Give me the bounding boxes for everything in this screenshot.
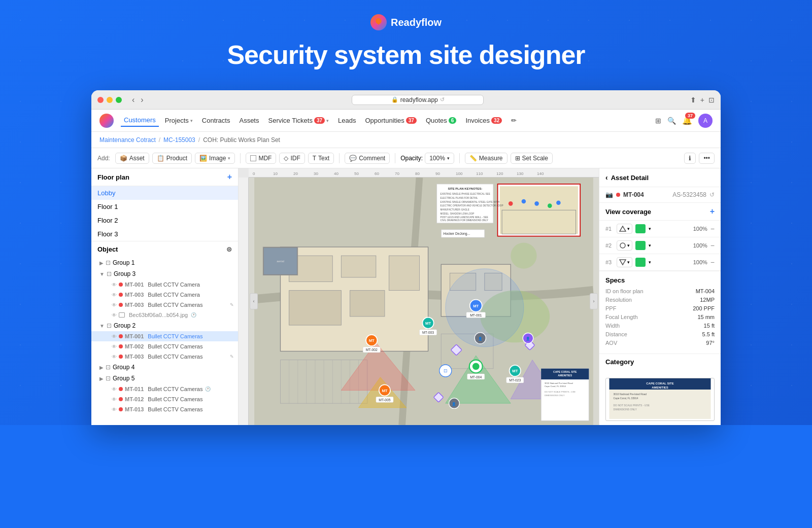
spec-label-focal: Focal Length [605, 314, 638, 320]
filter-icon[interactable]: ⊜ [226, 245, 232, 253]
address-input[interactable]: 🔒 readyflow.app ↺ [352, 95, 484, 105]
remove-coverage-3[interactable]: − [710, 258, 715, 266]
svg-text:👤: 👤 [526, 336, 530, 341]
tree-mt003a[interactable]: 👁 MT-003 Bullet CCTV Camera [91, 290, 238, 300]
cam-dot-icon [119, 387, 123, 391]
text-icon: T [313, 155, 316, 162]
asset-detail-label: Asset Detail [611, 174, 649, 182]
canvas-content[interactable]: SITE PLAN KEYNOTES: EXISTING SINGLE PHAS… [249, 178, 599, 425]
measure-button[interactable]: 📏 Measure [465, 153, 507, 164]
svg-text:MT: MT [425, 321, 431, 326]
site-plan-svg[interactable]: SITE PLAN KEYNOTES: EXISTING SINGLE PHAS… [249, 178, 599, 425]
tree-mt001[interactable]: 👁 MT-001 Bullet CCTV Camera [91, 279, 238, 290]
nav-quotes[interactable]: Quotes 6 [423, 115, 459, 126]
coverage-shape-1[interactable]: ▾ [617, 224, 632, 234]
close-button[interactable] [97, 97, 104, 103]
tree-mt012[interactable]: 👁 MT-012 Bullet CCTV Cameras [91, 394, 238, 404]
tree-mt013[interactable]: 👁 MT-013 Bullet CCTV Cameras [91, 404, 238, 414]
canvas-area[interactable]: 0 10 20 30 40 50 60 70 80 90 100 110 120… [239, 168, 599, 425]
add-floor-button[interactable]: + [227, 172, 232, 182]
svg-point-31 [522, 199, 526, 204]
tree-group-5[interactable]: ▶ ⊡ Group 5 [91, 373, 238, 384]
svg-text:SITE PLAN KEYNOTES:: SITE PLAN KEYNOTES: [448, 187, 482, 190]
nav-contracts[interactable]: Contracts [199, 115, 233, 126]
spec-value-width: 15 ft [704, 323, 715, 329]
tree-group-1[interactable]: ▶ ⊡ Group 1 [91, 257, 238, 268]
new-tab-icon[interactable]: + [700, 96, 704, 104]
tree-group-2[interactable]: ▼ ⊡ Group 2 [91, 320, 238, 331]
forward-button[interactable]: › [139, 94, 145, 105]
tree-g2-mt001[interactable]: 👁 MT-001 Bullet CCTV Cameras [91, 331, 238, 341]
nav-opportunities[interactable]: Opportunities 37 [362, 115, 419, 126]
nav-assets[interactable]: Assets [236, 115, 262, 126]
grid-icon[interactable]: ⊞ [655, 117, 661, 125]
opportunities-badge: 37 [406, 117, 417, 124]
tree-g2-mt003[interactable]: 👁 MT-003 Bullet CCTV Cameras ✎ [91, 351, 238, 362]
coverage-color-2[interactable] [635, 241, 646, 250]
remove-coverage-1[interactable]: − [710, 225, 715, 233]
breadcrumb: Maintenance Cotract / MC-155003 / COH: P… [91, 132, 721, 148]
scroll-right-button[interactable]: › [590, 293, 598, 309]
tree-group-4[interactable]: ▶ ⊡ Group 4 [91, 362, 238, 373]
spec-label-dist: Distance [605, 331, 627, 337]
back-button[interactable]: ‹ [130, 94, 137, 105]
tree-mt003b[interactable]: 👁 MT-003 Bullet CCTV Cameras ✎ [91, 300, 238, 310]
asset-id: MT-004 [623, 191, 644, 198]
nav-leads[interactable]: Leads [335, 115, 359, 126]
add-mdf-button[interactable]: MDF [246, 153, 276, 164]
coverage-shape-3[interactable]: ▾ [617, 257, 632, 267]
refresh-icon[interactable]: ↺ [709, 191, 715, 198]
add-product-button[interactable]: 📋 Product [152, 153, 192, 164]
nav-customers[interactable]: Customers [121, 114, 159, 127]
add-text-button[interactable]: T Text [308, 153, 334, 164]
coverage-shape-2[interactable]: ▾ [617, 240, 632, 251]
tree-mt011[interactable]: 👁 MT-011 Bullet CCTV Cameras 🕐 [91, 384, 238, 394]
sidebar-icon[interactable]: ⊡ [708, 96, 715, 104]
add-image-button[interactable]: 🖼️ Image ▾ [195, 153, 235, 164]
floor-lobby[interactable]: Lobby [91, 186, 238, 200]
avatar[interactable]: A [698, 114, 713, 128]
nav-projects[interactable]: Projects ▾ [162, 115, 196, 126]
nav-service-tickets[interactable]: Service Tickets 37 ▾ [265, 115, 332, 126]
info-button[interactable]: ℹ [684, 153, 696, 164]
coverage-pct-3: 100% [693, 259, 707, 265]
coverage-num-3: #3 [605, 259, 614, 265]
search-icon[interactable]: 🔍 [667, 117, 676, 125]
add-coverage-button[interactable]: + [710, 207, 715, 216]
nav-invoices[interactable]: Invoices 32 [462, 115, 505, 126]
asset-icon: 📦 [120, 155, 127, 162]
maximize-button[interactable] [116, 97, 122, 103]
camera-id: MT-001 [125, 281, 144, 288]
remove-coverage-2[interactable]: − [710, 241, 715, 250]
svg-rect-6 [389, 256, 420, 290]
breadcrumb-item-1[interactable]: Maintenance Cotract [99, 136, 156, 144]
set-scale-button[interactable]: ⊞ Set Scale [511, 153, 553, 164]
floor-1[interactable]: Floor 1 [91, 200, 238, 214]
opacity-dropdown[interactable]: 100% ▾ [425, 153, 454, 164]
svg-text:MANUFACTURER: EAGLE: MANUFACTURER: EAGLE [441, 208, 469, 211]
coverage-color-1[interactable] [635, 224, 646, 233]
more-button[interactable]: ••• [699, 153, 715, 164]
share-icon[interactable]: ⬆ [690, 96, 696, 104]
floor-2[interactable]: Floor 2 [91, 214, 238, 227]
svg-text:MT: MT [382, 389, 387, 393]
add-idf-button[interactable]: ◇ IDF [279, 153, 304, 164]
idf-icon: ◇ [284, 155, 288, 162]
ruler-tick: 40 [330, 168, 350, 177]
minimize-button[interactable] [107, 97, 113, 103]
coverage-num-2: #2 [605, 242, 614, 249]
tree-image[interactable]: 👁 Bec63bf06a0...b054.jpg 🕐 [91, 310, 238, 320]
chevron-left-icon[interactable]: ‹ [605, 173, 608, 182]
notification-icon[interactable]: 🔔 37 [682, 116, 692, 125]
breadcrumb-item-2[interactable]: MC-155003 [163, 136, 195, 144]
scroll-left-button[interactable]: ‹ [250, 293, 258, 309]
ruler-tick: 110 [472, 168, 492, 177]
tree-g2-mt002[interactable]: 👁 MT-002 Bullet CCTV Cameras [91, 341, 238, 351]
add-comment-button[interactable]: 💬 Comment [345, 153, 390, 164]
coverage-color-3[interactable] [635, 258, 646, 267]
add-asset-button[interactable]: 📦 Asset [115, 153, 149, 164]
nav-edit-icon[interactable]: ✏ [508, 115, 520, 126]
floor-3[interactable]: Floor 3 [91, 227, 238, 241]
tree-group-3[interactable]: ▼ ⊡ Group 3 [91, 268, 238, 279]
camera-id: MT-001 [125, 333, 144, 339]
